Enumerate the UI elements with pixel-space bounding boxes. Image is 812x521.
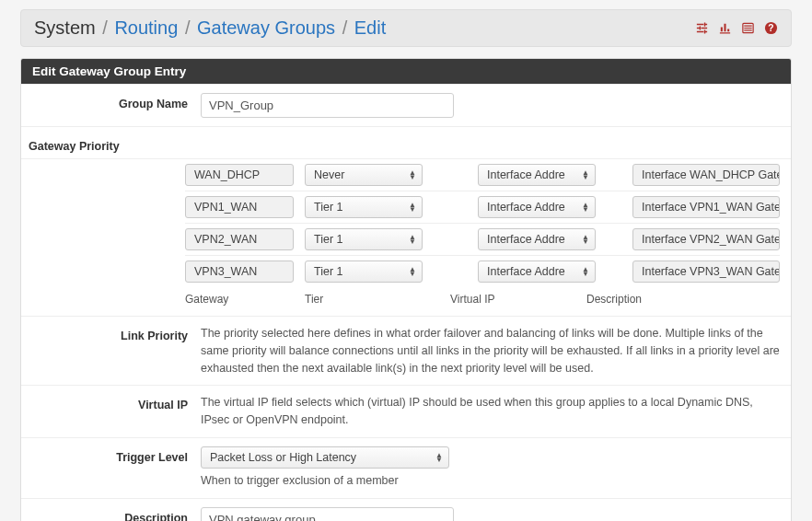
breadcrumb: System / Routing / Gateway Groups / Edit… xyxy=(20,9,792,47)
gateway-grid: WAN_DHCP Never▲▼ Interface Addre▲▼ Inter… xyxy=(185,159,780,307)
svg-text:?: ? xyxy=(768,23,773,33)
breadcrumb-edit[interactable]: Edit xyxy=(354,17,386,38)
sliders-icon[interactable] xyxy=(694,21,709,36)
gateway-priority-label: Gateway Priority xyxy=(29,133,780,156)
description-label: Description xyxy=(21,507,201,522)
col-tier-label: Tier xyxy=(305,293,423,306)
breadcrumb-routing[interactable]: Routing xyxy=(114,17,178,38)
panel-title: Edit Gateway Group Entry xyxy=(21,59,791,84)
description-input[interactable] xyxy=(201,507,454,522)
group-name-input[interactable] xyxy=(201,93,454,118)
breadcrumb-root: System xyxy=(34,17,96,38)
gateway-name-cell: VPN2_WAN xyxy=(185,228,294,250)
col-vip-label: Virtual IP xyxy=(450,293,568,306)
gateway-desc-cell: Interface VPN2_WAN Gateway xyxy=(632,228,780,250)
gateway-name-cell: VPN3_WAN xyxy=(185,260,294,283)
breadcrumb-gateway-groups[interactable]: Gateway Groups xyxy=(197,17,335,38)
gateway-name-cell: VPN1_WAN xyxy=(185,196,294,218)
link-priority-help: The priority selected here defines in wh… xyxy=(201,325,780,376)
gateway-desc-cell: Interface VPN1_WAN Gateway xyxy=(632,196,780,218)
virtual-ip-label: Virtual IP xyxy=(21,394,201,411)
col-gateway-label: Gateway xyxy=(185,293,294,306)
trigger-level-select[interactable]: Packet Loss or High Latency▲▼ xyxy=(201,446,449,469)
gateway-desc-cell: Interface WAN_DHCP Gateway xyxy=(632,164,780,186)
tier-select[interactable]: Tier 1▲▼ xyxy=(305,228,423,250)
help-icon[interactable]: ? xyxy=(763,21,778,36)
group-name-label: Group Name xyxy=(21,93,201,110)
gateway-name-cell: WAN_DHCP xyxy=(185,164,294,186)
virtual-ip-select[interactable]: Interface Addre▲▼ xyxy=(478,228,596,250)
link-priority-label: Link Priority xyxy=(21,325,201,342)
list-icon[interactable] xyxy=(740,21,755,36)
tier-select[interactable]: Never▲▼ xyxy=(305,164,423,186)
virtual-ip-help: The virtual IP field selects which (virt… xyxy=(201,394,780,429)
bar-chart-icon[interactable] xyxy=(717,21,732,36)
tier-select[interactable]: Tier 1▲▼ xyxy=(305,196,423,218)
tier-select[interactable]: Tier 1▲▼ xyxy=(305,260,423,283)
trigger-level-label: Trigger Level xyxy=(21,446,201,464)
gateway-desc-cell: Interface VPN3_WAN Gateway xyxy=(632,260,780,283)
virtual-ip-select[interactable]: Interface Addre▲▼ xyxy=(478,260,596,283)
edit-panel: Edit Gateway Group Entry Group Name Gate… xyxy=(20,58,792,521)
trigger-level-help: When to trigger exclusion of a member xyxy=(201,472,780,490)
virtual-ip-select[interactable]: Interface Addre▲▼ xyxy=(478,164,596,186)
virtual-ip-select[interactable]: Interface Addre▲▼ xyxy=(478,196,596,218)
col-desc-label: Description xyxy=(586,293,734,306)
